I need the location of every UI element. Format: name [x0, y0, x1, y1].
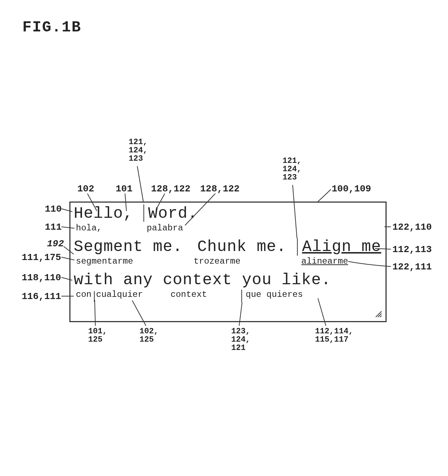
src-line1-hello: Hello,	[74, 204, 133, 222]
ref-112-114-115-117: 112,114, 115,117	[315, 327, 353, 344]
segment-mark	[143, 204, 144, 222]
src-line3: with any context you like.	[74, 271, 331, 289]
tgt-line3-que-quieres: que quieres	[246, 290, 303, 299]
ref-102: 102	[77, 183, 94, 194]
tgt-line3-cualquier: cualquier	[96, 290, 143, 299]
tgt-line3-context: context	[171, 290, 207, 299]
tgt-line1-palabra: palabra	[147, 223, 183, 233]
ref-122-111: 122,111	[392, 261, 432, 272]
resize-handle-icon	[374, 310, 383, 319]
ref-102-125: 102, 125	[139, 327, 159, 344]
ref-122-110: 122,110	[392, 222, 432, 233]
ref-123-124-121: 123, 124, 121	[231, 327, 250, 352]
ref-116-111: 116,111	[22, 291, 61, 302]
tgt-line1-hola: hola,	[76, 223, 102, 233]
ref-101-125: 101, 125	[88, 327, 107, 344]
ref-110: 110	[45, 204, 62, 215]
tgt-line2-trozearme: trozearme	[194, 256, 241, 266]
ref-118-110: 118,110	[22, 272, 61, 283]
tgt-line2-alinearme: alinearme	[301, 256, 348, 266]
figure-label: FIG.1B	[22, 19, 81, 36]
ref-100-109: 100,109	[332, 183, 371, 194]
ref-101: 101	[116, 183, 133, 194]
ref-112-113: 112,113	[392, 244, 432, 255]
src-line2-align: Align me	[302, 238, 381, 256]
src-line2-segment: Segment me.	[74, 238, 182, 256]
ref-121-124-123-b: 121, 124, 123	[283, 157, 302, 182]
ref-111-175: 111,175	[22, 252, 61, 263]
segment-mark	[241, 290, 242, 303]
src-line1-word: Word.	[148, 204, 198, 222]
ref-121-124-123-a: 121, 124, 123	[129, 138, 148, 163]
segment-mark	[94, 291, 95, 302]
tgt-line3-con: con	[76, 290, 91, 299]
ref-192: 192	[47, 238, 64, 249]
ref-128-122-b: 128,122	[200, 183, 240, 194]
tgt-line2-segmentarme: segmentarme	[76, 256, 133, 266]
segment-mark	[297, 238, 298, 256]
ref-111: 111	[45, 222, 62, 233]
ref-128-122-a: 128,122	[151, 183, 190, 194]
src-line2-chunk: Chunk me.	[197, 238, 287, 256]
